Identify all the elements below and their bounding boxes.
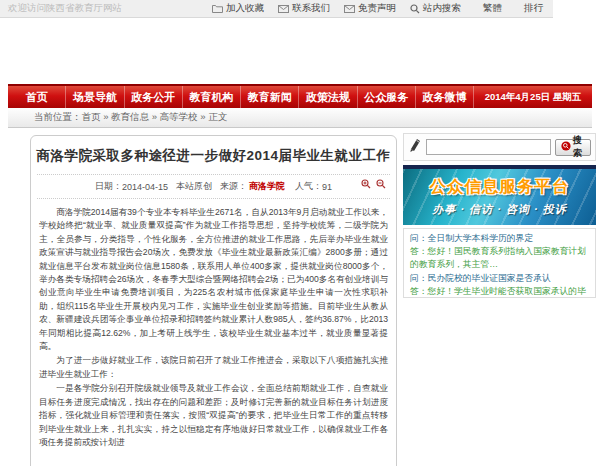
meta-hits: 91: [322, 182, 332, 192]
search-button[interactable]: 搜索: [555, 139, 591, 156]
top-utility-bar: 欢迎访问陕西省教育厅网站 加入收藏 联系我们 免责声明 站内搜索 繁體 排行: [0, 0, 553, 18]
article-box: 商洛学院采取多种途径进一步做好2014届毕业生就业工作 日期：2014-04-1…: [30, 135, 397, 466]
nav-item-scene-guide[interactable]: 场景导航: [66, 86, 124, 108]
qa-answer-item[interactable]: 答：您好！学生毕业时能否获取国家承认的毕业证书，取决于所属…: [410, 285, 589, 298]
meta-origin: 本站原创: [176, 180, 212, 193]
zoom-out-icon[interactable]: [376, 179, 386, 191]
folder-icon: [212, 4, 223, 13]
sidebar: 搜索 公众信息服务平台 办事 · 信访 · 咨询 · 投诉 问：全日制大学本科学…: [403, 133, 596, 298]
main-nav: 首页 场景导航 政务公开 教育机构 教育新闻 政策法规 公众服务 政务微博 20…: [8, 84, 592, 108]
public-info-service-banner[interactable]: 公众信息服务平台 办事 · 信访 · 咨询 · 投诉: [403, 165, 596, 225]
top-link-label: 繁體: [483, 2, 502, 15]
nav-date: 2014年4月25日 星期五: [474, 86, 592, 108]
mail-icon: [278, 5, 289, 13]
search-icon: [410, 4, 420, 14]
article-meta: 日期：2014-04-15 本站原创 来源：商洛学院 人气：91: [37, 174, 390, 199]
article-paragraph: 为了进一步做好就业工作，该院日前召开了就业工作推进会，采取以下八项措施扎实推进毕…: [39, 354, 388, 381]
top-link-label: 联系我们: [292, 2, 330, 15]
banner-title: 公众信息服务平台: [403, 176, 596, 198]
breadcrumb-bar: 当前位置：首页 » 教育信息 » 高等学校 » 正文: [8, 108, 592, 128]
top-link-label: 加入收藏: [226, 2, 264, 15]
qa-answer-item[interactable]: 答：您好！国民教育系列指纳入国家教育计划的教育系列，其主管…: [410, 245, 589, 271]
meta-source-label: 来源：: [220, 180, 247, 193]
contact-us-link[interactable]: 联系我们: [278, 2, 330, 15]
nav-item-gov-weibo[interactable]: 政务微博: [416, 86, 474, 108]
nav-item-public-service[interactable]: 公众服务: [358, 86, 416, 108]
search-badge-icon: [561, 141, 571, 153]
search-input[interactable]: [426, 139, 551, 155]
text-zoom-controls: [361, 179, 386, 191]
meta-date: 2014-04-15: [122, 182, 168, 192]
nav-item-edu-institutions[interactable]: 教育机构: [183, 86, 241, 108]
welcome-text: 欢迎访问陕西省教育厅网站: [8, 2, 122, 15]
nav-item-policies[interactable]: 政策法规: [299, 86, 357, 108]
top-links: 加入收藏 联系我们 免责声明 站内搜索 繁體 排行: [212, 2, 553, 15]
meta-date-label: 日期：: [95, 180, 122, 193]
nav-item-gov-affairs[interactable]: 政务公开: [125, 86, 183, 108]
disclaimer-link[interactable]: 免责声明: [344, 2, 396, 15]
top-link-label: 排行: [524, 2, 543, 15]
sidebar-search-box: 搜索: [403, 133, 596, 161]
site-search-link[interactable]: 站内搜索: [410, 2, 461, 15]
qa-question-item[interactable]: 问：民办院校的毕业证国家是否承认: [410, 272, 589, 285]
breadcrumb[interactable]: 当前位置：首页 » 教育信息 » 高等学校 » 正文: [34, 111, 227, 124]
add-favorite-link[interactable]: 加入收藏: [212, 2, 264, 15]
ranking-link[interactable]: 排行: [524, 2, 543, 15]
qa-question-item[interactable]: 问：全日制大学本科学历的界定: [410, 232, 589, 245]
top-link-label: 站内搜索: [423, 2, 461, 15]
pen-icon: [408, 137, 422, 157]
qa-list: 问：全日制大学本科学历的界定 答：您好！国民教育系列指纳入国家教育计划的教育系列…: [403, 228, 596, 298]
zoom-in-icon[interactable]: [361, 179, 371, 191]
nav-item-edu-news[interactable]: 教育新闻: [241, 86, 299, 108]
article-paragraph: 商洛学院2014届有39个专业本专科毕业生2671名，自从2013年9月启动就业…: [39, 206, 388, 353]
mail-icon: [344, 5, 355, 13]
traditional-chinese-link[interactable]: 繁體: [483, 2, 502, 15]
nav-item-home[interactable]: 首页: [8, 86, 66, 108]
meta-source-link[interactable]: 商洛学院: [249, 180, 285, 193]
article-paragraph: 一是各学院分别召开院级就业领导及就业工作会议，全面总结前期就业工作，自查就业目标…: [39, 382, 388, 449]
page-title: 商洛学院采取多种途径进一步做好2014届毕业生就业工作: [31, 147, 396, 165]
top-link-label: 免责声明: [358, 2, 396, 15]
search-button-label: 搜索: [573, 134, 585, 160]
banner-subtitle: 办事 · 信访 · 咨询 · 投诉: [403, 202, 596, 217]
article-body: 商洛学院2014届有39个专业本专科毕业生2671名，自从2013年9月启动就业…: [31, 199, 396, 449]
meta-hits-label: 人气：: [295, 180, 322, 193]
